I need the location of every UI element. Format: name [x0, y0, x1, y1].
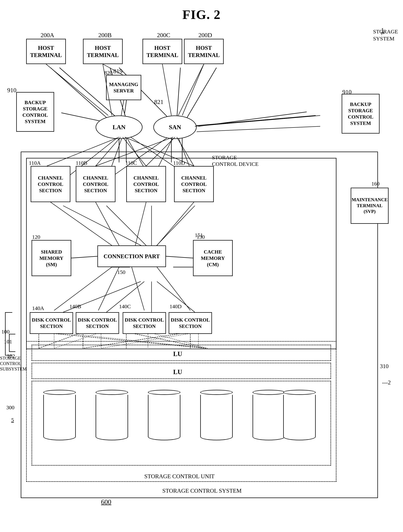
svg-line-59	[162, 64, 171, 115]
ref-200A: 200A	[41, 32, 54, 39]
svg-line-61	[121, 100, 124, 115]
storage-control-system-label: STORAGE CONTROL SYSTEM	[162, 487, 242, 494]
ref-2: ---2	[382, 379, 391, 386]
ref-100: 100	[1, 329, 10, 335]
cylinder-4-top	[200, 390, 233, 395]
cylinder-2-body	[96, 395, 128, 440]
storage-control-subsystem: STORAGECONTROLSUBSYSTEM	[0, 355, 21, 372]
host-terminal-200C: HOSTTERMINAL	[143, 39, 182, 64]
svg-line-56	[46, 64, 108, 115]
host-terminal-200B: HOSTTERMINAL	[83, 39, 123, 64]
cylinder-1-body	[43, 395, 76, 440]
managing-server: MANAGINGSERVER	[106, 75, 141, 100]
cache-memory: CACHEMEMORY(CM)	[193, 240, 233, 276]
disk-section-140B: DISK CONTROLSECTION	[76, 312, 119, 334]
ref-910-left: 910	[7, 87, 16, 94]
svg-line-38	[198, 112, 307, 126]
figure-title: FIG. 2	[182, 7, 221, 22]
ref-600: 600	[101, 498, 111, 506]
ref-110D: 110D	[173, 160, 185, 166]
cylinder-5-top	[252, 390, 285, 395]
backup-storage-right: BACKUPSTORAGECONTROLSYSTEM	[342, 94, 379, 133]
channel-section-110C: CHANNELCONTROLSECTION	[126, 166, 166, 202]
ref-5: 5	[11, 417, 14, 423]
ref-160: 160	[372, 180, 379, 187]
ref-130: 130	[197, 234, 205, 240]
host-terminal-200D: HOSTTERMINAL	[184, 39, 224, 64]
ref-110C: 110C	[125, 160, 137, 166]
maintenance-terminal: MAINTENANCETERMINAL(SVP)	[351, 188, 389, 224]
channel-section-110A: CHANNELCONTROLSECTION	[31, 166, 70, 202]
cylinder-3-top	[148, 390, 180, 395]
cylinder-6-body	[283, 395, 316, 440]
channel-section-110D: CHANNELCONTROLSECTION	[174, 166, 214, 202]
ref-200B: 200B	[98, 32, 112, 39]
disk-section-140A: DISK CONTROLSECTION	[30, 312, 73, 334]
ref-300: 300	[6, 404, 14, 411]
svg-line-63	[195, 115, 320, 126]
ref-200C: 200C	[157, 32, 170, 39]
ref-140C: 140C	[119, 303, 131, 310]
connection-part: CONNECTION PART	[97, 245, 166, 267]
ref-821: 821	[154, 98, 164, 106]
ref-140B: 140B	[69, 303, 81, 310]
backup-storage-left: BACKUPSTORAGECONTROLSYSTEM	[16, 92, 54, 132]
disk-section-140D: DISK CONTROLSECTION	[169, 312, 212, 334]
host-terminal-200A: HOSTTERMINAL	[26, 39, 66, 64]
cylinder-5-body	[252, 395, 285, 440]
bracket-1: ⌐	[381, 30, 384, 37]
svg-line-37	[188, 115, 316, 126]
cylinder-3-body	[148, 395, 180, 440]
svg-line-62	[178, 64, 204, 115]
storage-system-label: STORAGESYSTEM	[373, 28, 398, 42]
cylinder-4-body	[200, 395, 233, 440]
cylinder-2-top	[96, 390, 128, 395]
ref-200D: 200D	[198, 32, 212, 39]
ref-140D: 140D	[170, 303, 182, 310]
svg-line-4	[184, 68, 216, 123]
san-oval: SAN	[153, 115, 197, 139]
storage-control-unit-label: STORAGE CONTROL UNIT	[144, 473, 214, 480]
ref-150: 150	[117, 269, 125, 275]
lu-label-bottom: LU	[173, 368, 182, 376]
cylinder-1-top	[43, 390, 76, 395]
ref-120: 120	[32, 234, 40, 240]
cylinder-6-top	[283, 390, 316, 395]
ref-140A: 140A	[32, 305, 44, 311]
ref-310: 310	[380, 363, 389, 370]
disk-section-140C: DISK CONTROLSECTION	[123, 312, 166, 334]
svg-line-5	[50, 68, 108, 119]
svg-line-3	[177, 68, 180, 119]
ref-819: 819	[113, 68, 122, 75]
channel-section-110B: CHANNELCONTROLSECTION	[76, 166, 115, 202]
svg-line-64	[197, 126, 320, 132]
lu-label-top: LU	[173, 350, 182, 358]
svg-line-60	[182, 64, 204, 115]
ref-110A: 110A	[29, 160, 41, 166]
lan-oval: LAN	[96, 115, 143, 139]
ref-101: 101	[4, 338, 12, 345]
ref-110B: 110B	[76, 160, 87, 166]
shared-memory: SHAREDMEMORY(SM)	[31, 240, 71, 276]
